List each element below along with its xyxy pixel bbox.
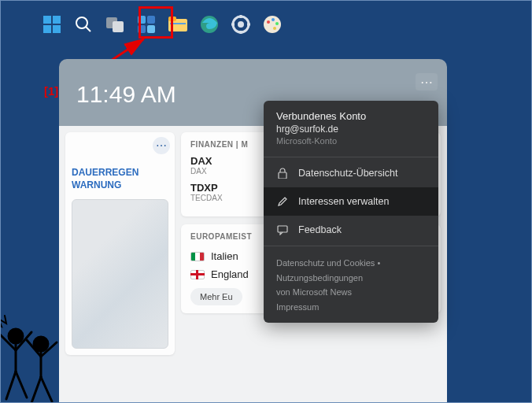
widgets-more-button[interactable]: ⋯	[416, 73, 438, 91]
edge-icon[interactable]	[199, 14, 220, 35]
ctx-item-label: Interessen verwalten	[298, 196, 389, 207]
flag-italy-icon	[190, 252, 205, 261]
ctx-feedback-item[interactable]: Feedback	[264, 216, 438, 244]
country-label: England	[211, 268, 249, 280]
settings-icon[interactable]	[231, 14, 251, 35]
weather-warning-line1: DAUERREGEN	[72, 167, 168, 179]
ctx-footer-cookies[interactable]: Datenschutz und Cookies •	[276, 256, 426, 271]
svg-rect-2	[43, 25, 51, 33]
svg-rect-31	[190, 273, 205, 275]
search-icon[interactable]	[73, 14, 94, 35]
ctx-footer-msnews: von Microsoft News	[276, 285, 426, 300]
weather-warning: DAUERREGEN WARNUNG	[72, 167, 168, 191]
svg-rect-3	[53, 25, 61, 33]
feedback-icon	[276, 224, 289, 236]
svg-point-34	[9, 329, 23, 343]
svg-line-38	[6, 372, 16, 399]
ctx-account-title: Verbundenes Konto	[276, 110, 426, 122]
ctx-item-label: Feedback	[298, 224, 342, 235]
ctx-item-label: Datenschutz-Übersicht	[298, 168, 397, 179]
weather-warning-line2: WARNUNG	[72, 179, 168, 192]
weather-more-icon[interactable]: ⋯	[153, 137, 170, 154]
svg-rect-1	[53, 16, 61, 24]
svg-line-45	[41, 377, 52, 401]
svg-point-26	[273, 27, 276, 30]
decorative-figures	[0, 297, 79, 403]
weather-card[interactable]: ⋯ DAUERREGEN WARNUNG	[65, 132, 175, 355]
svg-point-24	[272, 18, 275, 21]
ctx-account-section: Verbundenes Konto hrg@surfok.de Microsof…	[264, 101, 438, 155]
country-label: Italien	[211, 250, 238, 262]
svg-line-5	[86, 27, 91, 31]
svg-point-17	[238, 21, 244, 28]
flag-england-icon	[190, 270, 205, 279]
weather-map	[72, 199, 168, 349]
divider	[264, 157, 438, 157]
svg-rect-7	[113, 21, 124, 32]
svg-rect-32	[279, 172, 286, 179]
paint-icon[interactable]	[262, 14, 283, 35]
ctx-footer-impressum[interactable]: Impressum	[276, 300, 426, 315]
ctx-account-type: Microsoft-Konto	[276, 136, 426, 146]
widgets-time: 11:49 AM	[76, 81, 176, 108]
ctx-footer-terms[interactable]: Nutzungsbedingungen	[276, 271, 426, 286]
ctx-interests-item[interactable]: Interessen verwalten	[264, 187, 438, 216]
ctx-account-email: hrg@surfok.de	[276, 124, 426, 135]
start-icon[interactable]	[42, 14, 62, 35]
divider	[264, 246, 438, 246]
svg-point-25	[275, 22, 279, 25]
annotation-1: [1]	[44, 84, 58, 98]
svg-point-40	[34, 337, 48, 351]
svg-line-44	[31, 377, 41, 403]
lock-icon	[276, 167, 289, 179]
svg-rect-0	[43, 16, 51, 24]
euro-more-button[interactable]: Mehr Eu	[190, 288, 242, 305]
context-menu: Verbundenes Konto hrg@surfok.de Microsof…	[264, 101, 438, 323]
svg-point-23	[267, 20, 270, 24]
svg-rect-33	[278, 226, 287, 232]
svg-line-39	[16, 372, 27, 397]
svg-point-4	[76, 17, 87, 28]
task-view-icon[interactable]	[105, 14, 125, 35]
pencil-icon	[276, 195, 289, 208]
ctx-privacy-item[interactable]: Datenschutz-Übersicht	[264, 159, 438, 187]
ctx-footer: Datenschutz und Cookies • Nutzungsbeding…	[264, 248, 438, 323]
